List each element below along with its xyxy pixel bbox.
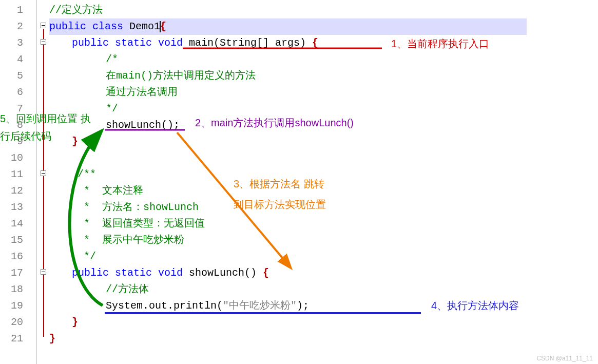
line-number: 14 <box>3 216 23 232</box>
line-number-gutter: 1 2 3 4 5 6 7 8 9 10 11 12 13 14 15 16 1… <box>0 0 37 364</box>
code-keyword: static <box>109 37 158 49</box>
line-number: 1 <box>3 2 23 18</box>
code-keyword: public <box>72 267 109 279</box>
annotation-text: 5、回到调用位置 执 <box>0 112 91 126</box>
code-params: () <box>244 267 263 279</box>
line-number: 18 <box>3 281 23 298</box>
code-string: "中午吃炒米粉" <box>223 300 297 312</box>
line-number: 15 <box>3 232 23 248</box>
fold-guide <box>43 29 44 337</box>
line-number: 13 <box>3 199 23 216</box>
code-comment: * 文本注释 <box>78 185 143 197</box>
code-identifier: showLunch <box>106 119 161 131</box>
code-punct: (); <box>161 119 180 131</box>
line-number: 12 <box>3 183 23 199</box>
code-comment: //方法体 <box>106 283 149 295</box>
code-params: (String[] args) <box>214 37 312 49</box>
line-number: 3 <box>3 35 23 51</box>
code-keyword: void <box>158 267 183 279</box>
watermark: CSDN @a11_11_11 <box>536 355 593 362</box>
code-identifier: main <box>183 37 214 49</box>
brace-open: { <box>312 37 318 49</box>
annotation-text: 行后续代码 <box>0 129 51 143</box>
code-keyword: public <box>72 37 109 49</box>
code-comment: * 展示中午吃炒米粉 <box>78 234 184 246</box>
code-identifier: System.out.println( <box>106 300 223 312</box>
line-number: 16 <box>3 248 23 265</box>
code-comment: * 返回值类型：无返回值 <box>78 218 205 229</box>
line-number: 17 <box>3 265 23 281</box>
code-keyword: void <box>158 37 183 49</box>
brace-open: { <box>263 267 269 279</box>
code-comment: * 方法名：showLunch <box>78 201 199 213</box>
annotation-text: 2、main方法执行调用showLunch() <box>195 116 354 130</box>
code-keyword: class <box>86 21 129 32</box>
code-identifier: Demo1 <box>129 21 160 32</box>
code-punct: ); <box>297 300 309 312</box>
fold-toggle[interactable] <box>41 39 46 45</box>
annotation-text: 1、当前程序执行入口 <box>391 37 489 51</box>
code-comment: //定义方法 <box>49 4 103 16</box>
line-number: 10 <box>3 150 23 166</box>
fold-toggle[interactable] <box>41 23 46 28</box>
line-number: 5 <box>3 68 23 84</box>
code-keyword: static <box>109 267 158 279</box>
code-comment: 通过方法名调用 <box>106 86 178 98</box>
fold-toggle[interactable] <box>41 170 46 176</box>
line-number: 2 <box>3 18 23 35</box>
code-comment: /* <box>106 53 118 65</box>
annotation-text: 3、根据方法名 跳转 <box>234 177 324 191</box>
code-keyword: public <box>49 21 86 32</box>
line-number: 11 <box>3 166 23 183</box>
line-number: 19 <box>3 298 23 314</box>
code-comment: /** <box>78 168 96 180</box>
fold-toggle[interactable] <box>41 269 46 275</box>
line-number: 4 <box>3 51 23 68</box>
annotation-text: 4、执行方法体内容 <box>431 299 519 313</box>
brace-close: } <box>72 136 78 147</box>
brace-open: { <box>160 21 166 32</box>
line-number: 6 <box>3 84 23 101</box>
annotation-text: 到目标方法实现位置 <box>234 198 326 212</box>
line-number: 20 <box>3 314 23 331</box>
line-number: 21 <box>3 331 23 347</box>
brace-close: } <box>49 333 55 344</box>
code-comment: 在main()方法中调用定义的方法 <box>106 70 256 82</box>
code-identifier: showLunch <box>183 267 244 279</box>
code-comment: */ <box>106 103 118 114</box>
brace-close: } <box>72 316 78 328</box>
code-comment: */ <box>78 251 96 262</box>
